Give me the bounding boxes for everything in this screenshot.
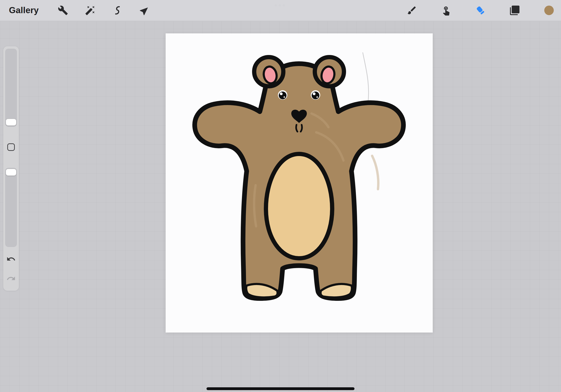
left-eye-highlight-small <box>283 96 285 98</box>
color-swatch-button[interactable] <box>543 4 555 17</box>
toolbar-right-group <box>406 4 561 17</box>
opacity-handle[interactable] <box>6 169 16 175</box>
s-curve-icon <box>112 5 123 15</box>
toolbar-left-group: Gallery <box>0 4 151 17</box>
home-indicator[interactable] <box>206 387 355 390</box>
brush-icon <box>407 5 417 15</box>
magic-wand-icon <box>85 5 95 15</box>
right-eye-highlight-small <box>316 96 318 98</box>
right-eye-highlight <box>313 92 315 95</box>
smudge-tool-button[interactable] <box>440 4 453 17</box>
bear-artwork <box>166 34 432 332</box>
bear-belly <box>266 154 332 258</box>
opacity-slider[interactable] <box>5 168 17 247</box>
modify-button[interactable] <box>7 143 15 151</box>
gallery-button[interactable]: Gallery <box>9 5 39 15</box>
layers-button[interactable] <box>508 4 521 17</box>
left-eye-pupil <box>279 92 287 99</box>
top-toolbar: Gallery <box>0 0 561 21</box>
paint-tool-button[interactable] <box>406 4 418 17</box>
redo-icon <box>6 274 16 283</box>
sidebar-tool-panel <box>3 46 19 291</box>
transform-button[interactable] <box>138 4 151 17</box>
color-swatch <box>544 5 554 15</box>
drawing-canvas[interactable] <box>166 34 432 332</box>
app-screen: Gallery <box>0 0 561 392</box>
eraser-tool-button[interactable] <box>474 4 487 17</box>
brush-size-handle[interactable] <box>6 119 16 126</box>
layers-icon <box>509 5 520 15</box>
wrench-icon <box>58 5 68 15</box>
adjustments-button[interactable] <box>84 4 97 17</box>
smudge-finger-icon <box>441 5 451 15</box>
redo-button[interactable] <box>6 273 16 284</box>
brush-size-slider[interactable] <box>5 49 17 127</box>
undo-button[interactable] <box>6 254 16 264</box>
undo-icon <box>6 254 16 264</box>
right-eye-pupil <box>312 92 320 99</box>
actions-button[interactable] <box>57 4 69 17</box>
arrow-cursor-icon <box>140 5 150 15</box>
left-eye-highlight <box>280 92 283 95</box>
eraser-icon <box>475 5 485 15</box>
selection-button[interactable] <box>111 4 124 17</box>
